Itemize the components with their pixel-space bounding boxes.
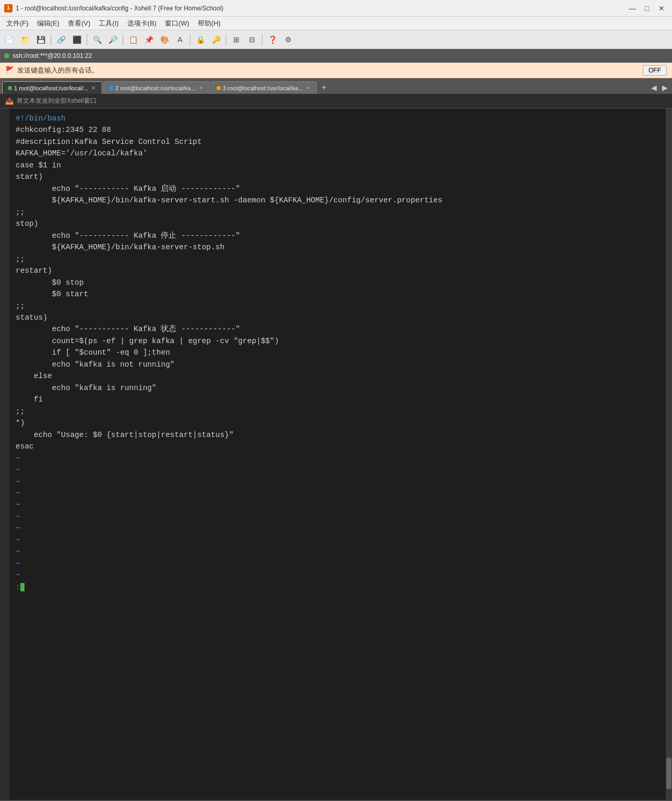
tilde-5: ~ [16, 501, 20, 509]
start-cmd: ${KAFKA_HOME}/bin/kafka-server-start.sh … [16, 196, 442, 204]
scrollbar[interactable] [666, 108, 672, 800]
broadcast-icon: 🚩 [5, 66, 14, 75]
fi-line: fi [16, 395, 43, 404]
menu-help[interactable]: 帮助(H) [194, 18, 225, 29]
stop-cmd: ${KAFKA_HOME}/bin/kafka-server-stop.sh [16, 243, 224, 251]
tb-paste[interactable]: 📌 [141, 33, 156, 46]
minimize-button[interactable]: — [626, 2, 639, 15]
count-line: count=$(ps -ef | grep kafka | egrep -cv … [16, 337, 279, 345]
esac-line: esac [16, 442, 34, 451]
tab-1-label: 1 root@localhost:/usr/local/... [14, 85, 88, 91]
tab-prev-button[interactable]: ◀ [649, 83, 659, 92]
app-icon: 1 [4, 4, 13, 13]
restart-start: $0 start [16, 290, 88, 298]
broadcast-text: 发送键盘输入的所有会话。 [17, 66, 99, 75]
terminal[interactable]: #!/bin/bash #chkconfig:2345 22 88 #descr… [9, 108, 672, 800]
tilde-1: ~ [16, 454, 20, 463]
menu-file[interactable]: 文件(F) [2, 18, 33, 29]
case-line: case $1 in [16, 161, 61, 169]
stop-label: stop) [16, 220, 39, 228]
menu-tabs[interactable]: 选项卡(B) [123, 18, 161, 29]
tb-copy[interactable]: 📋 [126, 33, 140, 46]
tab-3[interactable]: 3 root@localhost:/usr/local/ka... ✕ [211, 81, 317, 94]
tb-sep6 [262, 34, 262, 45]
restart-sep: ;; [16, 302, 25, 310]
close-button[interactable]: ✕ [655, 2, 668, 15]
tb-open[interactable]: 📁 [18, 33, 32, 46]
start-echo: echo "----------- Kafka 启动 ------------" [16, 185, 240, 193]
if-line: if [ "$count" -eq 0 ];then [16, 348, 170, 357]
stop-sep: ;; [16, 255, 25, 263]
menu-bar: 文件(F) 编辑(E) 查看(V) 工具(I) 选项卡(B) 窗口(W) 帮助(… [0, 17, 672, 30]
shebang-line: #!/bin/bash [16, 114, 66, 123]
sidebar [0, 108, 9, 800]
add-tab-button[interactable]: + [318, 81, 330, 94]
tb-font[interactable]: A [173, 33, 187, 46]
tab-3-close[interactable]: ✕ [305, 85, 311, 91]
tb-grid[interactable]: ⊞ [229, 33, 244, 46]
tab-nav: ◀ ▶ [649, 83, 670, 94]
tb-lock[interactable]: 🔒 [193, 33, 208, 46]
window-title: 1 - root@localhost:/usr/local/kafka/conf… [16, 5, 223, 12]
tilde-6: ~ [16, 513, 20, 521]
tab-1-close[interactable]: ✕ [90, 85, 97, 91]
tab-next-button[interactable]: ▶ [660, 83, 670, 92]
tilde-8: ~ [16, 536, 20, 544]
tilde-2: ~ [16, 466, 20, 474]
restart-label: restart) [16, 266, 52, 275]
prompt-line: : [16, 583, 25, 591]
start-sep: ;; [16, 208, 25, 216]
tb-sep1 [51, 34, 51, 45]
menu-tools[interactable]: 工具(I) [94, 18, 123, 29]
tab-2-close[interactable]: ✕ [198, 85, 204, 91]
tab-3-indicator [217, 86, 221, 90]
status-echo: echo "----------- Kafka 状态 ------------" [16, 325, 240, 333]
tilde-11: ~ [16, 571, 20, 579]
terminal-wrapper: #!/bin/bash #chkconfig:2345 22 88 #descr… [0, 108, 672, 800]
cursor [20, 583, 25, 591]
broadcast-off-button[interactable]: OFF [643, 65, 667, 76]
session-indicator [4, 53, 9, 58]
tab-1-indicator [8, 86, 12, 90]
menu-view[interactable]: 查看(V) [64, 18, 94, 29]
tab-2[interactable]: 2 root@localhost:/usr/local/ka... ✕ [103, 81, 210, 94]
menu-edit[interactable]: 编辑(E) [33, 18, 64, 29]
tb-help[interactable]: ❓ [265, 33, 280, 46]
tb-key[interactable]: 🔑 [209, 33, 223, 46]
wildcard-label: *) [16, 419, 25, 427]
session-bar: ssh://root:***@20.0.0.101:22 [0, 49, 672, 63]
broadcast-left: 🚩 发送键盘输入的所有会话。 [5, 66, 99, 75]
menu-window[interactable]: 窗口(W) [161, 18, 194, 29]
stop-echo: echo "----------- Kafka 停止 ------------" [16, 232, 240, 240]
tb-search[interactable]: 🔍 [90, 33, 104, 46]
tb-zoom[interactable]: 🔎 [105, 33, 120, 46]
usage-line: echo "Usage: $0 {start|stop|restart|stat… [16, 431, 234, 439]
tb-connect[interactable]: 🔗 [54, 33, 68, 46]
maximize-button[interactable]: □ [641, 2, 653, 15]
tb-sep3 [123, 34, 123, 45]
tilde-3: ~ [16, 478, 20, 486]
send-text-label: 将文本发送到全部Xshell窗口 [17, 96, 97, 105]
tb-new[interactable]: 📄 [2, 33, 17, 46]
tb-misc[interactable]: ⚙ [281, 33, 295, 46]
not-running: echo "kafka is not running" [16, 360, 175, 369]
window-controls[interactable]: — □ ✕ [626, 2, 668, 15]
tab-1[interactable]: 1 root@localhost:/usr/local/... ✕ [2, 81, 102, 94]
tb-terminal[interactable]: ⬛ [69, 33, 84, 46]
tab-3-label: 3 root@localhost:/usr/local/ka... [223, 85, 303, 91]
running: echo "kafka is running" [16, 384, 157, 392]
tb-sep2 [87, 34, 87, 45]
status-sep: ;; [16, 407, 25, 416]
broadcast-bar: 🚩 发送键盘输入的所有会话。 OFF [0, 63, 672, 78]
description-line: #description:Kafka Service Control Scrip… [16, 138, 202, 146]
tb-split[interactable]: ⊟ [245, 33, 259, 46]
tilde-10: ~ [16, 560, 20, 568]
tilde-9: ~ [16, 548, 20, 556]
status-label: status) [16, 313, 47, 322]
scrollbar-thumb[interactable] [666, 758, 671, 789]
title-bar: 1 1 - root@localhost:/usr/local/kafka/co… [0, 0, 672, 17]
tb-color[interactable]: 🎨 [157, 33, 172, 46]
title-bar-left: 1 1 - root@localhost:/usr/local/kafka/co… [4, 4, 223, 13]
tb-save[interactable]: 💾 [33, 33, 48, 46]
send-text-bar: 📤 将文本发送到全部Xshell窗口 [0, 94, 672, 108]
